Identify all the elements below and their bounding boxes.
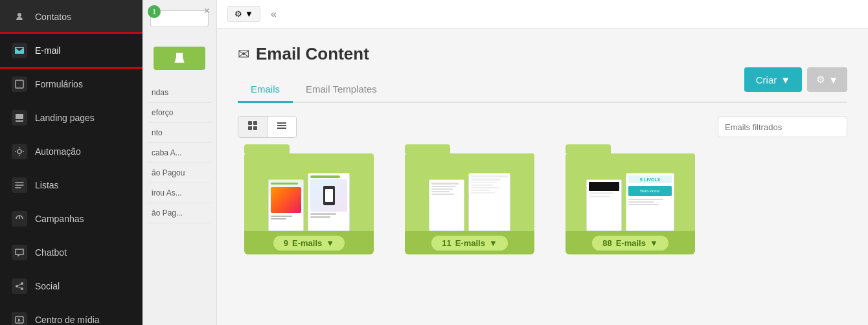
folder-count-2: 11 bbox=[442, 238, 451, 248]
sidebar-item-centro-midia[interactable]: Centro de mídia bbox=[0, 303, 143, 325]
criar-button[interactable]: Criar ▼ bbox=[744, 67, 802, 92]
sidebar-label-chatbot: Chatbot bbox=[35, 247, 67, 258]
email-thumb bbox=[586, 179, 622, 231]
folder-arrow-3: ▼ bbox=[650, 238, 658, 248]
svg-point-2 bbox=[16, 285, 18, 287]
list-item[interactable]: ão Pag... bbox=[148, 203, 211, 223]
folder-bottom-2: 11 E-mails ▼ bbox=[405, 231, 534, 254]
folder-emails-2 bbox=[422, 173, 517, 231]
sidebar-item-contatos[interactable]: Contatos bbox=[0, 0, 143, 34]
campaigns-icon bbox=[12, 211, 27, 227]
folder-count-1: 9 bbox=[284, 238, 288, 248]
sidebar-label-landing: Landing pages bbox=[35, 113, 95, 123]
content-area: ✉ Email Content Criar ▼ ⚙ ▼ Emails Email… bbox=[217, 28, 868, 325]
main-gear-icon: ⚙ bbox=[816, 74, 825, 85]
contacts-icon bbox=[12, 9, 27, 25]
sidebar-item-email[interactable]: E-mail bbox=[0, 34, 143, 67]
svg-point-1 bbox=[17, 150, 21, 153]
sidebar-item-campanhas[interactable]: Campanhas bbox=[0, 202, 143, 236]
list-item[interactable]: irou As... bbox=[148, 183, 211, 203]
svg-point-4 bbox=[21, 287, 23, 290]
sidebar-label-automacao: Automação bbox=[35, 146, 81, 157]
sidebar-item-chatbot[interactable]: Chatbot bbox=[0, 236, 143, 269]
view-toggle bbox=[238, 116, 297, 138]
svg-rect-10 bbox=[253, 126, 257, 130]
filter-row bbox=[238, 116, 847, 138]
tab-emails[interactable]: Emails bbox=[238, 77, 293, 103]
list-item[interactable]: ndas bbox=[148, 83, 211, 103]
grid-view-button[interactable] bbox=[238, 117, 268, 137]
criar-arrow-icon: ▼ bbox=[781, 74, 790, 85]
lab-button[interactable] bbox=[154, 47, 205, 70]
folder-body-2 bbox=[405, 153, 534, 231]
sub-panel-badge: 1 bbox=[148, 5, 161, 18]
list-item[interactable]: caba A... bbox=[148, 143, 211, 163]
sub-panel: 1 × ndas eforço nto caba A... ão Pagou i… bbox=[143, 0, 217, 325]
sidebar-item-automacao[interactable]: Automação bbox=[0, 135, 143, 168]
sidebar-item-listas[interactable]: Listas bbox=[0, 168, 143, 202]
main-gear-arrow-icon: ▼ bbox=[828, 74, 838, 85]
automation-icon bbox=[12, 144, 27, 159]
email-thumb bbox=[468, 173, 510, 231]
gear-dropdown-arrow: ▼ bbox=[245, 9, 253, 19]
filter-input[interactable] bbox=[718, 117, 847, 137]
sidebar-item-formularios[interactable]: Formulários bbox=[0, 67, 143, 101]
page-title: Email Content bbox=[256, 44, 369, 64]
tab-email-templates[interactable]: Email Templates bbox=[293, 77, 390, 103]
folder-count-3: 88 bbox=[602, 238, 611, 248]
folder-body-1 bbox=[244, 153, 374, 231]
criar-label: Criar bbox=[756, 74, 777, 85]
folder-unit-2: E-mails bbox=[455, 238, 485, 248]
email-thumb: S LIVOLX Bem-vindo! bbox=[626, 173, 674, 231]
svg-rect-12 bbox=[277, 125, 286, 126]
folder-badge-3[interactable]: 88 E-mails ▼ bbox=[592, 236, 668, 251]
email-thumb bbox=[308, 173, 350, 231]
folder-badge-2[interactable]: 11 E-mails ▼ bbox=[431, 236, 508, 251]
sidebar-label-formularios: Formulários bbox=[35, 79, 83, 89]
sidebar-label-email: E-mail bbox=[35, 45, 61, 56]
svg-rect-8 bbox=[253, 121, 257, 125]
list-item[interactable]: nto bbox=[148, 123, 211, 143]
top-actions: Criar ▼ ⚙ ▼ bbox=[744, 67, 847, 92]
collapse-button[interactable]: « bbox=[271, 8, 277, 20]
svg-rect-0 bbox=[16, 80, 23, 88]
sidebar-label-contatos: Contatos bbox=[35, 12, 71, 22]
sub-panel-list: ndas eforço nto caba A... ão Pagou irou … bbox=[143, 83, 216, 223]
folder-tab-3 bbox=[565, 144, 611, 153]
list-item[interactable]: eforço bbox=[148, 103, 211, 123]
folder-unit-1: E-mails bbox=[292, 238, 322, 248]
folder-arrow-2: ▼ bbox=[489, 238, 497, 248]
main-content: ⚙ ▼ « ✉ Email Content Criar ▼ ⚙ ▼ Emails… bbox=[217, 0, 868, 325]
folder-bottom-1: 9 E-mails ▼ bbox=[244, 231, 374, 254]
top-bar: ⚙ ▼ « bbox=[217, 0, 868, 28]
sidebar-item-social[interactable]: Social bbox=[0, 269, 143, 303]
folder-card-3: S LIVOLX Bem-vindo! bbox=[559, 153, 702, 254]
svg-rect-13 bbox=[277, 128, 286, 129]
gear-icon: ⚙ bbox=[234, 9, 242, 19]
folder-unit-3: E-mails bbox=[616, 238, 646, 248]
top-gear-button[interactable]: ⚙ ▼ bbox=[227, 6, 260, 22]
list-item[interactable]: ão Pagou bbox=[148, 163, 211, 183]
svg-point-3 bbox=[21, 282, 23, 285]
folder-badge-1[interactable]: 9 E-mails ▼ bbox=[273, 236, 345, 251]
folder-body-3: S LIVOLX Bem-vindo! bbox=[565, 153, 695, 231]
folder-card-2: 11 E-mails ▼ bbox=[398, 153, 541, 254]
svg-rect-11 bbox=[277, 122, 286, 124]
folder-bottom-3: 88 E-mails ▼ bbox=[565, 231, 695, 254]
landing-icon bbox=[12, 110, 27, 126]
sub-panel-close[interactable]: × bbox=[204, 5, 210, 17]
sidebar-item-landing-pages[interactable]: Landing pages bbox=[0, 101, 143, 135]
email-thumb bbox=[268, 179, 304, 231]
list-view-button[interactable] bbox=[268, 117, 296, 137]
social-icon bbox=[12, 278, 27, 294]
email-thumb bbox=[429, 179, 464, 231]
folder-tab-2 bbox=[405, 144, 450, 153]
sidebar-label-listas: Listas bbox=[35, 180, 59, 190]
folder-emails-3: S LIVOLX Bem-vindo! bbox=[580, 173, 681, 231]
main-gear-button[interactable]: ⚙ ▼ bbox=[807, 67, 847, 92]
forms-icon bbox=[12, 76, 27, 92]
sidebar-label-campanhas: Campanhas bbox=[35, 214, 84, 224]
folder-arrow-1: ▼ bbox=[326, 238, 334, 248]
chatbot-icon bbox=[12, 245, 27, 260]
page-title-row: ✉ Email Content bbox=[238, 44, 847, 64]
